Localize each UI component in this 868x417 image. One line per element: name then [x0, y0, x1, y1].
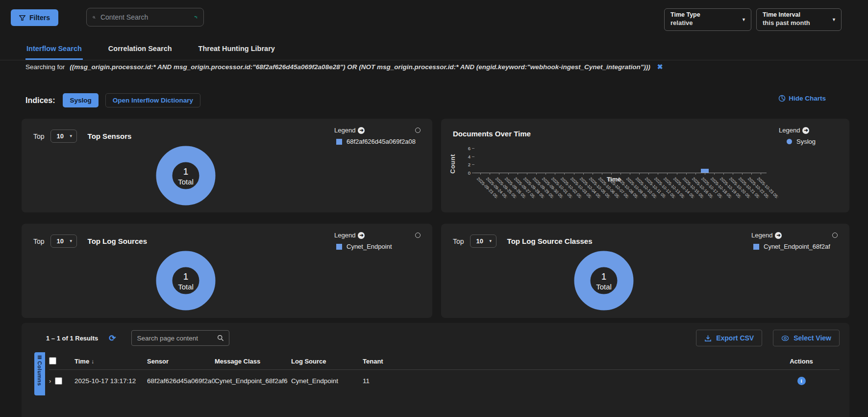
cell-sensor: 68f2af626d45a069f2a08: [147, 377, 215, 385]
tab-threat-hunting-library[interactable]: Threat Hunting Library: [198, 42, 276, 60]
select-all-checkbox[interactable]: [49, 357, 56, 365]
y-axis-title: Count: [449, 154, 456, 174]
info-icon[interactable]: i: [797, 377, 806, 385]
tab-interflow-search[interactable]: Interflow Search: [25, 42, 83, 60]
donut-chart[interactable]: 1 Total: [573, 250, 634, 311]
results-section: 1 – 1 of 1 Results ⟳ Export CSV: [22, 323, 849, 417]
x-axis-tick: [667, 173, 668, 175]
donut-chart[interactable]: 1 Total: [155, 250, 216, 311]
expand-row-icon[interactable]: ›: [49, 377, 51, 385]
column-header-tenant[interactable]: Tenant: [363, 358, 767, 365]
filters-button[interactable]: Filters: [11, 9, 58, 26]
bar-chart[interactable]: Time 02462025-09-23 05:2025-09-24 05:202…: [475, 141, 766, 210]
y-axis-tick-label: 0: [458, 170, 471, 176]
panel-title: Top Log Sources: [88, 237, 147, 245]
donut-chart[interactable]: 1 Total: [155, 145, 216, 206]
bar-2025-10-17 05:[interactable]: [701, 169, 709, 173]
x-axis-tick: [527, 173, 527, 175]
legend-toggle-icon[interactable]: [832, 233, 838, 238]
x-axis-tick: [593, 173, 593, 175]
legend-toggle-icon[interactable]: [415, 128, 421, 133]
content-search-input[interactable]: [100, 13, 189, 21]
page-search-input[interactable]: [137, 335, 213, 342]
y-axis-tick: [472, 173, 474, 173]
legend-label: Legend: [751, 232, 772, 239]
legend-swatch: [336, 139, 342, 145]
x-axis-tick: [648, 173, 649, 175]
open-interflow-dictionary-button[interactable]: Open Interflow Dictionary: [105, 93, 200, 107]
cell-message-class: Cynet_Endpoint_68f2af6: [215, 377, 291, 385]
hide-charts-label: Hide Charts: [789, 95, 826, 102]
clear-query-icon[interactable]: ✖: [657, 63, 663, 71]
legend-expand-icon[interactable]: ➜: [802, 127, 809, 134]
top-n-value: 10: [476, 237, 483, 245]
legend-toggle-icon[interactable]: [415, 233, 421, 238]
legend-expand-icon[interactable]: ➜: [358, 232, 365, 239]
page-search-box[interactable]: [131, 330, 229, 346]
main-tabs: Interflow Search Correlation Search Thre…: [0, 42, 868, 60]
legend-item[interactable]: 68f2af626d45a069f2a08: [334, 138, 421, 145]
top-log-sources-panel: Top 10 ▼ Top Log Sources Legend ➜ Cynet_…: [22, 224, 432, 318]
donut-total-value: 1: [183, 271, 189, 282]
legend-item-label: 68f2af626d45a069f2a08: [347, 138, 416, 145]
x-axis-tick: [602, 173, 602, 175]
x-axis-tick: [761, 173, 761, 175]
time-type-label: Time Type: [670, 11, 738, 19]
legend-expand-icon[interactable]: ➜: [358, 127, 365, 134]
legend-label: Legend: [334, 127, 355, 134]
select-view-button[interactable]: Select View: [773, 330, 840, 346]
top-n-value: 10: [57, 132, 64, 140]
documents-over-time-panel: Documents Over Time Legend ➜ Syslog Coun…: [441, 119, 849, 212]
legend-item[interactable]: Cynet_Endpoint: [334, 243, 421, 250]
refresh-icon[interactable]: ⟳: [109, 334, 116, 342]
interflow-search-page: Filters Time Type relative ▼ Time Interv…: [0, 0, 868, 417]
x-axis-tick: [686, 173, 687, 175]
tab-correlation-search[interactable]: Correlation Search: [107, 42, 173, 60]
time-type-select[interactable]: Time Type relative ▼: [664, 8, 751, 31]
export-csv-button[interactable]: Export CSV: [696, 330, 762, 346]
query-prefix: Searching for: [25, 63, 65, 71]
results-count: 1 – 1 of 1 Results: [46, 335, 98, 342]
x-axis-tick: [723, 173, 724, 175]
y-axis-tick: [472, 164, 474, 165]
x-axis-tick: [620, 173, 621, 175]
legend-item[interactable]: Syslog: [779, 138, 838, 145]
select-view-label: Select View: [794, 334, 831, 342]
top-log-source-classes-panel: Top 10 ▼ Top Log Source Classes Legend ➜…: [441, 224, 849, 318]
panel-title: Top Log Source Classes: [507, 237, 593, 245]
x-axis-tick: [574, 173, 574, 175]
y-axis-tick-label: 4: [458, 154, 471, 159]
x-axis-tick: [518, 173, 518, 175]
results-controls: 1 – 1 of 1 Results ⟳ Export CSV: [46, 330, 840, 346]
column-header-log-source[interactable]: Log Source: [291, 358, 363, 365]
donut-total-value: 1: [601, 271, 607, 282]
x-axis-tick: [555, 173, 555, 175]
top-n-select[interactable]: 10 ▼: [50, 235, 77, 248]
time-interval-select[interactable]: Time Interval this past month ▼: [756, 8, 842, 31]
row-checkbox[interactable]: [55, 377, 62, 385]
table-row[interactable]: › 2025-10-17 13:17:12 68f2af626d45a069f2…: [49, 370, 840, 391]
columns-tab[interactable]: ▦ Columns: [34, 352, 45, 395]
indices-label: Indices:: [25, 96, 55, 105]
export-csv-label: Export CSV: [716, 334, 754, 342]
column-header-sensor[interactable]: Sensor: [147, 358, 215, 365]
top-n-select[interactable]: 10 ▼: [470, 235, 496, 248]
x-axis-tick: [583, 173, 584, 175]
hide-charts-link[interactable]: Hide Charts: [778, 95, 826, 102]
pie-chart-icon: [778, 95, 786, 102]
content-search-box[interactable]: [86, 8, 204, 26]
time-type-value: relative: [670, 19, 738, 27]
column-header-time[interactable]: Time↓: [74, 358, 147, 365]
interflow-logo-icon: [194, 14, 198, 21]
legend: Legend ➜ 68f2af626d45a069f2a08: [334, 127, 421, 145]
top-n-select[interactable]: 10 ▼: [50, 130, 77, 143]
cell-time: 2025-10-17 13:17:12: [74, 377, 147, 385]
column-header-message-class[interactable]: Message Class: [215, 358, 291, 365]
syslog-index-button[interactable]: Syslog: [63, 93, 98, 107]
x-axis-tick: [695, 173, 696, 175]
query-text: ((msg_origin.processor.id:* AND msg_orig…: [70, 63, 650, 71]
cell-tenant: 11: [363, 377, 767, 385]
legend-expand-icon[interactable]: ➜: [775, 232, 782, 239]
top-sensors-panel: Top 10 ▼ Top Sensors Legend ➜ 68f2af626d…: [22, 119, 432, 212]
legend-item[interactable]: Cynet_Endpoint_68f2af: [751, 243, 838, 250]
